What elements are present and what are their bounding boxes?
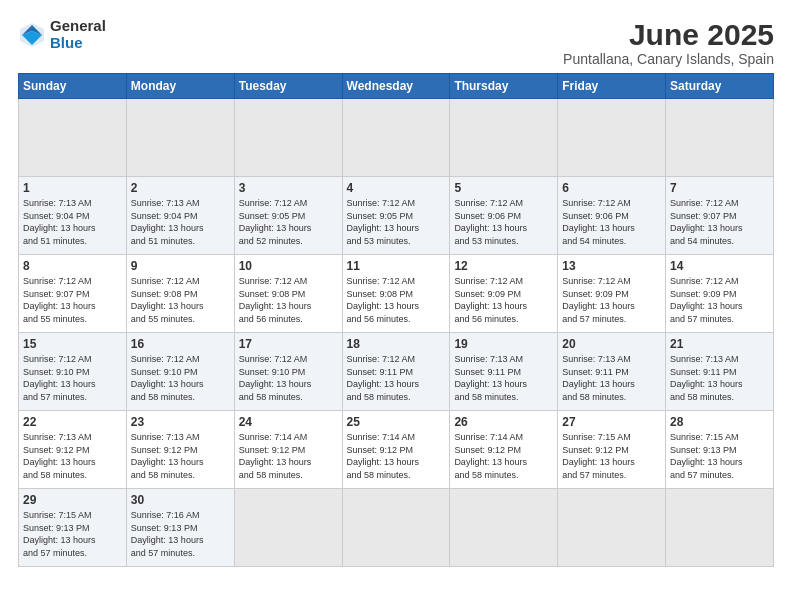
day-number: 23 [131,415,230,429]
calendar-week-row: 8Sunrise: 7:12 AM Sunset: 9:07 PM Daylig… [19,255,774,333]
day-number: 13 [562,259,661,273]
cell-info: Sunrise: 7:12 AM Sunset: 9:10 PM Dayligh… [131,353,230,403]
day-number: 14 [670,259,769,273]
table-row: 24Sunrise: 7:14 AM Sunset: 9:12 PM Dayli… [234,411,342,489]
calendar-week-row [19,99,774,177]
cell-info: Sunrise: 7:14 AM Sunset: 9:12 PM Dayligh… [454,431,553,481]
cell-info: Sunrise: 7:12 AM Sunset: 9:05 PM Dayligh… [347,197,446,247]
col-wednesday: Wednesday [342,74,450,99]
day-number: 22 [23,415,122,429]
table-row: 20Sunrise: 7:13 AM Sunset: 9:11 PM Dayli… [558,333,666,411]
day-number: 12 [454,259,553,273]
cell-info: Sunrise: 7:12 AM Sunset: 9:10 PM Dayligh… [23,353,122,403]
cell-info: Sunrise: 7:12 AM Sunset: 9:09 PM Dayligh… [670,275,769,325]
table-row [558,489,666,567]
table-row: 4Sunrise: 7:12 AM Sunset: 9:05 PM Daylig… [342,177,450,255]
calendar-table: Sunday Monday Tuesday Wednesday Thursday… [18,73,774,567]
cell-info: Sunrise: 7:12 AM Sunset: 9:10 PM Dayligh… [239,353,338,403]
calendar-week-row: 15Sunrise: 7:12 AM Sunset: 9:10 PM Dayli… [19,333,774,411]
logo-general-label: General [50,18,106,35]
table-row: 1Sunrise: 7:13 AM Sunset: 9:04 PM Daylig… [19,177,127,255]
title-block: June 2025 Puntallana, Canary Islands, Sp… [563,18,774,67]
day-number: 28 [670,415,769,429]
table-row [450,489,558,567]
day-number: 7 [670,181,769,195]
cell-info: Sunrise: 7:13 AM Sunset: 9:11 PM Dayligh… [670,353,769,403]
col-friday: Friday [558,74,666,99]
table-row: 10Sunrise: 7:12 AM Sunset: 9:08 PM Dayli… [234,255,342,333]
day-number: 4 [347,181,446,195]
logo-icon [18,21,46,49]
cell-info: Sunrise: 7:12 AM Sunset: 9:07 PM Dayligh… [670,197,769,247]
day-number: 19 [454,337,553,351]
table-row: 12Sunrise: 7:12 AM Sunset: 9:09 PM Dayli… [450,255,558,333]
table-row: 25Sunrise: 7:14 AM Sunset: 9:12 PM Dayli… [342,411,450,489]
day-number: 21 [670,337,769,351]
table-row: 23Sunrise: 7:13 AM Sunset: 9:12 PM Dayli… [126,411,234,489]
col-sunday: Sunday [19,74,127,99]
col-saturday: Saturday [666,74,774,99]
calendar-header: Sunday Monday Tuesday Wednesday Thursday… [19,74,774,99]
cell-info: Sunrise: 7:13 AM Sunset: 9:04 PM Dayligh… [23,197,122,247]
calendar-subtitle: Puntallana, Canary Islands, Spain [563,51,774,67]
day-number: 3 [239,181,338,195]
cell-info: Sunrise: 7:12 AM Sunset: 9:07 PM Dayligh… [23,275,122,325]
table-row: 7Sunrise: 7:12 AM Sunset: 9:07 PM Daylig… [666,177,774,255]
table-row: 16Sunrise: 7:12 AM Sunset: 9:10 PM Dayli… [126,333,234,411]
table-row: 11Sunrise: 7:12 AM Sunset: 9:08 PM Dayli… [342,255,450,333]
cell-info: Sunrise: 7:13 AM Sunset: 9:04 PM Dayligh… [131,197,230,247]
day-number: 8 [23,259,122,273]
cell-info: Sunrise: 7:13 AM Sunset: 9:12 PM Dayligh… [131,431,230,481]
table-row [234,489,342,567]
day-number: 5 [454,181,553,195]
cell-info: Sunrise: 7:13 AM Sunset: 9:11 PM Dayligh… [454,353,553,403]
table-row [234,99,342,177]
cell-info: Sunrise: 7:13 AM Sunset: 9:12 PM Dayligh… [23,431,122,481]
col-thursday: Thursday [450,74,558,99]
day-number: 27 [562,415,661,429]
day-number: 11 [347,259,446,273]
table-row: 13Sunrise: 7:12 AM Sunset: 9:09 PM Dayli… [558,255,666,333]
logo: General Blue [18,18,106,51]
calendar-week-row: 1Sunrise: 7:13 AM Sunset: 9:04 PM Daylig… [19,177,774,255]
header-row: Sunday Monday Tuesday Wednesday Thursday… [19,74,774,99]
cell-info: Sunrise: 7:12 AM Sunset: 9:05 PM Dayligh… [239,197,338,247]
table-row [342,489,450,567]
table-row: 29Sunrise: 7:15 AM Sunset: 9:13 PM Dayli… [19,489,127,567]
table-row [666,99,774,177]
calendar-week-row: 29Sunrise: 7:15 AM Sunset: 9:13 PM Dayli… [19,489,774,567]
table-row: 9Sunrise: 7:12 AM Sunset: 9:08 PM Daylig… [126,255,234,333]
cell-info: Sunrise: 7:12 AM Sunset: 9:09 PM Dayligh… [562,275,661,325]
day-number: 30 [131,493,230,507]
cell-info: Sunrise: 7:12 AM Sunset: 9:06 PM Dayligh… [454,197,553,247]
day-number: 1 [23,181,122,195]
cell-info: Sunrise: 7:12 AM Sunset: 9:08 PM Dayligh… [131,275,230,325]
header: General Blue June 2025 Puntallana, Canar… [18,18,774,67]
table-row: 27Sunrise: 7:15 AM Sunset: 9:12 PM Dayli… [558,411,666,489]
calendar-body: 1Sunrise: 7:13 AM Sunset: 9:04 PM Daylig… [19,99,774,567]
cell-info: Sunrise: 7:15 AM Sunset: 9:12 PM Dayligh… [562,431,661,481]
logo-text: General Blue [50,18,106,51]
table-row: 19Sunrise: 7:13 AM Sunset: 9:11 PM Dayli… [450,333,558,411]
day-number: 26 [454,415,553,429]
table-row [19,99,127,177]
calendar-title: June 2025 [563,18,774,51]
table-row: 26Sunrise: 7:14 AM Sunset: 9:12 PM Dayli… [450,411,558,489]
calendar-page: General Blue June 2025 Puntallana, Canar… [0,0,792,612]
table-row [342,99,450,177]
cell-info: Sunrise: 7:12 AM Sunset: 9:06 PM Dayligh… [562,197,661,247]
table-row [666,489,774,567]
col-monday: Monday [126,74,234,99]
table-row: 3Sunrise: 7:12 AM Sunset: 9:05 PM Daylig… [234,177,342,255]
table-row: 8Sunrise: 7:12 AM Sunset: 9:07 PM Daylig… [19,255,127,333]
day-number: 9 [131,259,230,273]
cell-info: Sunrise: 7:15 AM Sunset: 9:13 PM Dayligh… [23,509,122,559]
day-number: 24 [239,415,338,429]
calendar-week-row: 22Sunrise: 7:13 AM Sunset: 9:12 PM Dayli… [19,411,774,489]
cell-info: Sunrise: 7:12 AM Sunset: 9:08 PM Dayligh… [239,275,338,325]
cell-info: Sunrise: 7:13 AM Sunset: 9:11 PM Dayligh… [562,353,661,403]
table-row [126,99,234,177]
day-number: 6 [562,181,661,195]
cell-info: Sunrise: 7:12 AM Sunset: 9:09 PM Dayligh… [454,275,553,325]
day-number: 15 [23,337,122,351]
